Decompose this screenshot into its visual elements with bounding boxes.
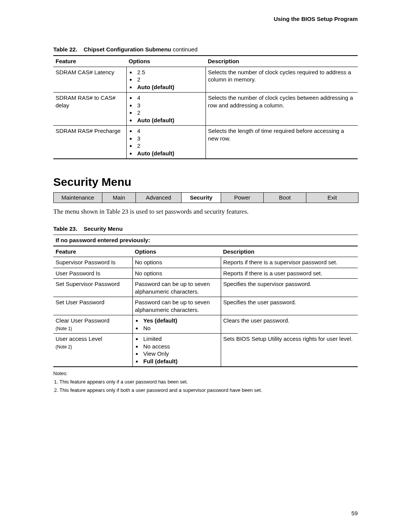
table-row: User access Level(Note 2)LimitedNo acces…	[53, 334, 358, 367]
option-item: 4	[136, 94, 203, 102]
tab-maintenance[interactable]: Maintenance	[54, 193, 102, 203]
feature-cell: User access Level(Note 2)	[53, 334, 132, 367]
option-item: 2	[136, 76, 203, 83]
option-item: Auto (default)	[136, 83, 203, 91]
options-cell: Yes (default)No	[132, 315, 221, 334]
description-cell: Selects the length of time required befo…	[206, 126, 358, 159]
options-cell: No options	[132, 257, 221, 268]
description-cell: Specifies the supervisor password.	[221, 279, 358, 297]
option-item: 2.5	[136, 69, 203, 76]
option-item: View Only	[142, 350, 218, 358]
options-cell: Password can be up to seven alphanumeric…	[132, 297, 221, 315]
table23-number: Table 23.	[53, 225, 77, 232]
note-ref: (Note 1)	[56, 326, 72, 331]
options-cell: Password can be up to seven alphanumeric…	[132, 279, 221, 297]
table22-h1: Feature	[53, 56, 126, 67]
feature-cell: Supervisor Password Is	[53, 257, 132, 268]
description-cell: Selects the number of clock cycles requi…	[206, 67, 358, 93]
option-item: Yes (default)	[142, 317, 218, 324]
note-2: 2. This feature appears only if both a u…	[53, 386, 358, 395]
description-cell: Selects the number of clock cycles betwe…	[206, 93, 358, 126]
table23-h2: Options	[132, 246, 221, 257]
tab-exit[interactable]: Exit	[306, 193, 358, 203]
feature-cell: Set User Password	[53, 297, 132, 315]
note-1: 1. This feature appears only if a user p…	[53, 378, 358, 386]
feature-cell: SDRAM RAS# to CAS# delay	[53, 93, 126, 126]
tab-power[interactable]: Power	[221, 193, 264, 203]
page-header: Using the BIOS Setup Program	[53, 15, 358, 23]
table23-h1: Feature	[53, 246, 132, 257]
description-cell: Sets BIOS Setup Utility access rights fo…	[221, 334, 358, 367]
table22-suffix: continued	[171, 46, 198, 53]
table23-caption: Table 23. Security Menu	[53, 225, 358, 233]
tab-main[interactable]: Main	[102, 193, 136, 203]
table-row: SDRAM CAS# Latency2.52Auto (default)Sele…	[53, 67, 358, 93]
table23-h3: Description	[221, 246, 358, 257]
option-item: No access	[142, 343, 218, 350]
table22-number: Table 22.	[53, 46, 77, 53]
description-cell: Specifies the user password.	[221, 297, 358, 315]
table-row: Set Supervisor PasswordPassword can be u…	[53, 279, 358, 297]
option-item: 3	[136, 102, 203, 109]
option-item: Full (default)	[142, 358, 218, 365]
table-row: Set User PasswordPassword can be up to s…	[53, 297, 358, 315]
feature-cell: Clear User Password(Note 1)	[53, 315, 132, 334]
table23: If no password entered previously: Featu…	[53, 235, 358, 367]
table22-title: Chipset Configuration Submenu	[84, 46, 171, 53]
options-cell: 432Auto (default)	[126, 126, 206, 159]
options-cell: 2.52Auto (default)	[126, 67, 206, 93]
notes: Notes: 1. This feature appears only if a…	[53, 369, 358, 395]
feature-cell: Set Supervisor Password	[53, 279, 132, 297]
table-row: SDRAM RAS# Precharge432Auto (default)Sel…	[53, 126, 358, 159]
option-item: No	[142, 324, 218, 332]
tab-boot[interactable]: Boot	[264, 193, 306, 203]
option-item: Auto (default)	[136, 150, 203, 157]
feature-cell: User Password Is	[53, 268, 132, 279]
note-ref: (Note 2)	[56, 344, 72, 350]
table-row: Clear User Password(Note 1)Yes (default)…	[53, 315, 358, 334]
table22: Feature Options Description SDRAM CAS# L…	[53, 55, 358, 159]
table22-caption: Table 22. Chipset Configuration Submenu …	[53, 46, 358, 53]
tab-advanced[interactable]: Advanced	[136, 193, 182, 203]
table23-subheader: If no password entered previously:	[53, 235, 358, 246]
section-title: Security Menu	[53, 174, 358, 189]
table22-h2: Options	[126, 56, 206, 67]
tab-security[interactable]: Security	[182, 193, 221, 203]
table-row: Supervisor Password IsNo optionsReports …	[53, 257, 358, 268]
feature-cell: SDRAM RAS# Precharge	[53, 126, 126, 159]
intro-text: The menu shown in Table 23 is used to se…	[53, 208, 358, 216]
option-item: 3	[136, 135, 203, 142]
table23-title: Security Menu	[84, 225, 123, 232]
table-row: User Password IsNo optionsReports if the…	[53, 268, 358, 279]
options-cell: 432Auto (default)	[126, 93, 206, 126]
feature-cell: SDRAM CAS# Latency	[53, 67, 126, 93]
option-item: 2	[136, 109, 203, 117]
option-item: Auto (default)	[136, 117, 203, 124]
table22-h3: Description	[206, 56, 358, 67]
description-cell: Reports if there is a user password set.	[221, 268, 358, 279]
options-cell: LimitedNo accessView OnlyFull (default)	[132, 334, 221, 367]
tab-strip: MaintenanceMainAdvancedSecurityPowerBoot…	[53, 192, 358, 203]
options-cell: No options	[132, 268, 221, 279]
notes-label: Notes:	[53, 369, 358, 378]
option-item: Limited	[142, 335, 218, 343]
table-row: SDRAM RAS# to CAS# delay432Auto (default…	[53, 93, 358, 126]
option-item: 2	[136, 142, 203, 150]
description-cell: Clears the user password.	[221, 315, 358, 334]
description-cell: Reports if there is a supervisor passwor…	[221, 257, 358, 268]
option-item: 4	[136, 127, 203, 135]
